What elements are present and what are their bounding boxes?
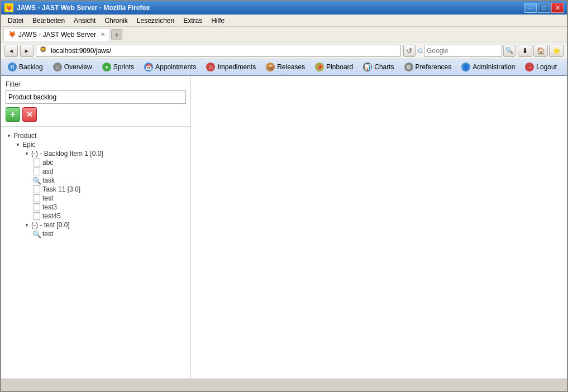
nav-backlog-label: Backlog <box>19 63 43 71</box>
nav-appointments[interactable]: 📅 Appointments <box>140 61 201 73</box>
nav-charts[interactable]: 📊 Charts <box>359 61 398 73</box>
doc-icon-test3 <box>32 203 41 211</box>
search-area: G 🔍 <box>418 45 516 57</box>
doc-icon-task11 <box>32 185 41 193</box>
close-button[interactable]: ✕ <box>551 3 564 13</box>
menu-ansicht[interactable]: Ansicht <box>69 16 100 26</box>
nav-pinboard-label: Pinboard <box>326 63 353 71</box>
refresh-button[interactable]: ↺ <box>403 45 416 57</box>
tree-item-abc[interactable]: abc <box>3 158 188 167</box>
tab-bar: 🦊 JAWS - JAST Web Server ✕ + <box>1 27 567 42</box>
mag-icon-test-sub: 🔍 <box>32 230 41 238</box>
tree-section: ▼ Product ▼ Epic ▼ (-) - Backlog Item 1 … <box>1 127 190 379</box>
logout-icon: → <box>525 63 534 71</box>
address-bar: ◄ ► 🦁 ↺ G 🔍 ⬇ 🏠 ⭐ <box>1 42 567 59</box>
new-tab-button[interactable]: + <box>111 29 122 40</box>
nav-overview[interactable]: ○ Overview <box>49 61 97 73</box>
window-controls: ─ □ ✕ <box>524 3 564 13</box>
label-backlog-1: (-) - Backlog Item 1 [0.0] <box>31 150 103 157</box>
url-bar: 🦁 <box>36 45 401 57</box>
label-test45: test45 <box>42 212 61 220</box>
tree-item-test45[interactable]: test45 <box>3 212 188 221</box>
bookmark-button[interactable]: ⭐ <box>549 45 564 57</box>
label-task: task <box>42 176 55 184</box>
back-button[interactable]: ◄ <box>4 45 18 57</box>
backlog-icon: B <box>8 63 17 71</box>
nav-preferences[interactable]: ⚙ Preferences <box>400 61 456 73</box>
filter-input[interactable] <box>6 90 186 104</box>
preferences-icon: ⚙ <box>404 63 413 71</box>
label-test-parent: (-) - test [0.0] <box>31 221 70 229</box>
tree-item-test3[interactable]: test3 <box>3 203 188 212</box>
menu-hilfe[interactable]: Hilfe <box>207 16 229 26</box>
nav-logout-label: Logout <box>536 63 557 71</box>
mag-icon-task: 🔍 <box>32 176 41 184</box>
tree-item-product[interactable]: ▼ Product <box>3 131 188 140</box>
home-button[interactable]: 🏠 <box>533 45 548 57</box>
label-task11: Task 11 [3.0] <box>42 185 80 193</box>
menu-extras[interactable]: Extras <box>179 16 207 26</box>
tree-item-task11[interactable]: Task 11 [3.0] <box>3 185 188 194</box>
toggle-test-parent[interactable]: ▼ <box>23 222 30 228</box>
tree-item-test[interactable]: test <box>3 194 188 203</box>
tree-item-test-parent[interactable]: ▼ (-) - test [0.0] <box>3 221 188 230</box>
right-panel <box>191 76 567 379</box>
impediments-icon: ⚠ <box>206 63 215 71</box>
sprints-icon: ✦ <box>102 63 111 71</box>
filter-buttons: + ✕ <box>6 107 186 122</box>
maximize-button[interactable]: □ <box>538 3 550 13</box>
nav-sprints[interactable]: ✦ Sprints <box>98 61 139 73</box>
filter-section: Filter + ✕ <box>1 76 190 127</box>
browser-window: 🦊 JAWS - JAST Web Server - Mozilla Firef… <box>0 0 568 392</box>
tab-close-icon[interactable]: ✕ <box>101 31 105 37</box>
menu-lesezeichen[interactable]: Lesezeichen <box>132 16 179 26</box>
search-engine-icon: G <box>418 47 423 54</box>
label-abc: abc <box>42 159 53 166</box>
url-input[interactable] <box>51 47 397 55</box>
app-nav-bar: B Backlog ○ Overview ✦ Sprints 📅 Appoint… <box>1 59 567 76</box>
browser-tab[interactable]: 🦊 JAWS - JAST Web Server ✕ <box>3 28 110 41</box>
main-content: Filter + ✕ ▼ Product ▼ Epic <box>1 76 567 379</box>
menu-bearbeiten[interactable]: Bearbeiten <box>28 16 69 26</box>
nav-releases-label: Releases <box>277 63 305 71</box>
search-input[interactable] <box>424 45 502 57</box>
nav-backlog[interactable]: B Backlog <box>3 61 47 73</box>
search-go-button[interactable]: 🔍 <box>503 45 516 57</box>
title-bar: 🦊 JAWS - JAST Web Server - Mozilla Firef… <box>1 1 567 15</box>
filter-label: Filter <box>6 80 186 88</box>
nav-preferences-label: Preferences <box>416 63 452 71</box>
nav-sprints-label: Sprints <box>113 63 134 71</box>
nav-overview-label: Overview <box>64 63 92 71</box>
label-epic: Epic <box>22 141 35 149</box>
clear-button[interactable]: ✕ <box>22 107 37 122</box>
nav-logout[interactable]: → Logout <box>521 61 561 73</box>
minimize-button[interactable]: ─ <box>524 3 537 13</box>
appointments-icon: 📅 <box>144 63 153 71</box>
tree-item-epic[interactable]: ▼ Epic <box>3 140 188 149</box>
menu-bar: Datei Bearbeiten Ansicht Chronik Lesezei… <box>1 15 567 27</box>
forward-button[interactable]: ► <box>20 45 34 57</box>
tree-item-asd[interactable]: asd <box>3 167 188 176</box>
label-test3: test3 <box>42 203 57 211</box>
toggle-epic[interactable]: ▼ <box>15 141 21 148</box>
nav-pinboard[interactable]: 📌 Pinboard <box>311 61 357 73</box>
add-button[interactable]: + <box>6 107 20 122</box>
charts-icon: 📊 <box>363 63 372 71</box>
doc-icon-abc <box>32 159 41 166</box>
nav-releases[interactable]: 📦 Releases <box>261 61 309 73</box>
nav-impediments[interactable]: ⚠ Impediments <box>202 61 260 73</box>
tree-item-task[interactable]: 🔍 task <box>3 176 188 185</box>
nav-impediments-label: Impediments <box>217 63 256 71</box>
menu-datei[interactable]: Datei <box>3 16 28 26</box>
label-asd: asd <box>42 168 53 175</box>
toggle-backlog-1[interactable]: ▼ <box>23 150 30 157</box>
download-button[interactable]: ⬇ <box>518 45 532 57</box>
label-product: Product <box>13 132 36 140</box>
nav-administration[interactable]: 👤 Administration <box>457 61 519 73</box>
tree-item-backlog-1[interactable]: ▼ (-) - Backlog Item 1 [0.0] <box>3 149 188 158</box>
toggle-product[interactable]: ▼ <box>6 132 12 139</box>
tree-item-test-sub[interactable]: 🔍 test <box>3 230 188 238</box>
extra-nav-buttons: ⬇ 🏠 ⭐ <box>518 45 564 57</box>
administration-icon: 👤 <box>461 63 470 71</box>
menu-chronik[interactable]: Chronik <box>100 16 132 26</box>
